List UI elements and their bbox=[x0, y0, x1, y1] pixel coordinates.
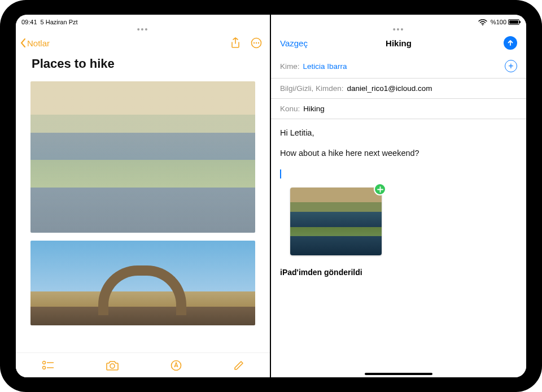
multitasking-dots-icon[interactable]: ••• bbox=[16, 25, 270, 33]
multitasking-dots-icon[interactable]: ••• bbox=[271, 25, 526, 33]
send-button[interactable] bbox=[504, 36, 517, 50]
battery-icon bbox=[508, 19, 519, 25]
wifi-icon bbox=[478, 19, 487, 25]
camera-button[interactable] bbox=[106, 360, 119, 371]
back-label: Notlar bbox=[27, 38, 50, 48]
notes-navbar: Notlar bbox=[16, 33, 270, 52]
to-label: Kime: bbox=[280, 62, 300, 71]
svg-point-2 bbox=[256, 42, 257, 43]
checklist-icon bbox=[42, 360, 54, 371]
svg-point-1 bbox=[253, 42, 255, 43]
home-indicator[interactable] bbox=[365, 373, 432, 375]
share-button[interactable] bbox=[230, 37, 241, 49]
share-icon bbox=[230, 37, 241, 49]
camera-icon bbox=[106, 360, 119, 371]
attachment-thumbnail[interactable] bbox=[290, 188, 382, 255]
note-photo-2[interactable] bbox=[30, 241, 255, 325]
body-line-1: Hi Letitia, bbox=[280, 127, 517, 140]
to-field[interactable]: Kime: Leticia Ibarra + bbox=[271, 54, 526, 79]
recipient-chip[interactable]: Leticia Ibarra bbox=[303, 62, 347, 71]
subject-label: Konu: bbox=[280, 104, 300, 113]
attachment-add-badge[interactable] bbox=[374, 183, 386, 195]
more-button[interactable] bbox=[251, 37, 262, 49]
subject-field[interactable]: Konu: Hiking bbox=[271, 99, 526, 119]
ellipsis-circle-icon bbox=[251, 37, 262, 49]
from-address: daniel_rico1@icloud.com bbox=[347, 84, 432, 93]
chevron-left-icon bbox=[20, 38, 26, 47]
note-title: Places to hike bbox=[32, 56, 255, 71]
markup-button[interactable] bbox=[171, 360, 182, 371]
notes-app-pane: 09:41 5 Haziran Pzt ••• Notlar bbox=[16, 15, 270, 377]
add-recipient-button[interactable]: + bbox=[505, 60, 517, 72]
cc-from-field[interactable]: Bilgi/Gizli, Kimden: daniel_rico1@icloud… bbox=[271, 79, 526, 99]
back-button[interactable]: Notlar bbox=[20, 38, 50, 48]
checklist-button[interactable] bbox=[42, 360, 54, 371]
attachment-image bbox=[290, 188, 382, 255]
cc-from-label: Bilgi/Gizli, Kimden: bbox=[280, 84, 344, 93]
mail-body-editor[interactable]: Hi Letitia, How about a hike here next w… bbox=[271, 119, 526, 286]
arrow-up-icon bbox=[507, 40, 514, 46]
compose-icon bbox=[233, 360, 244, 371]
text-cursor bbox=[280, 169, 281, 178]
body-line-2: How about a hike here next weekend? bbox=[280, 147, 517, 160]
screen: 09:41 5 Haziran Pzt ••• Notlar bbox=[16, 15, 526, 377]
notes-bottom-toolbar bbox=[16, 352, 270, 377]
svg-point-4 bbox=[42, 361, 45, 364]
plus-icon bbox=[377, 186, 383, 193]
svg-point-3 bbox=[258, 42, 259, 43]
compose-button[interactable] bbox=[233, 360, 244, 371]
note-photo-1[interactable] bbox=[30, 81, 255, 233]
ipad-frame: 09:41 5 Haziran Pzt ••• Notlar bbox=[0, 0, 542, 392]
svg-point-8 bbox=[110, 364, 115, 368]
subject-value: Hiking bbox=[303, 104, 325, 113]
svg-point-6 bbox=[42, 366, 45, 369]
mail-signature: iPad'imden gönderildi bbox=[280, 267, 517, 278]
mail-navbar: Vazgeç Hiking bbox=[271, 33, 526, 54]
markup-icon bbox=[171, 360, 182, 371]
mail-compose-pane: %100 ••• Vazgeç Hiking Kime: Leticia Iba… bbox=[271, 15, 526, 377]
mail-title: Hiking bbox=[271, 38, 526, 48]
note-content[interactable]: Places to hike bbox=[16, 52, 270, 377]
